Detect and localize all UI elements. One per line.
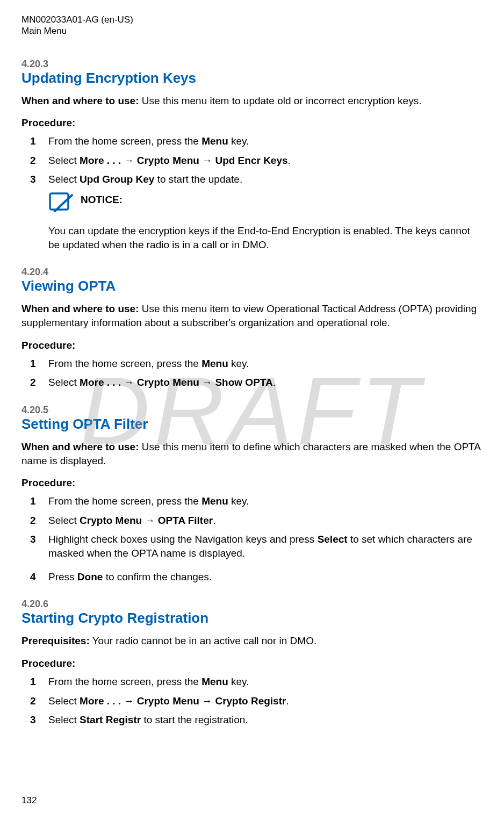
step-bold: OPTA Filter	[158, 515, 213, 526]
step-number: 2	[30, 514, 36, 528]
step-item: 1 From the home screen, press the Menu k…	[30, 357, 483, 371]
step-number: 4	[30, 570, 36, 584]
notice-text: You can update the encryption keys if th…	[48, 224, 483, 251]
step-bold: Crypto Menu	[137, 695, 199, 707]
step-text: Select	[48, 174, 80, 185]
when-label: When and where to use:	[21, 441, 139, 452]
step-number: 3	[30, 532, 36, 546]
step-text: to confirm the changes.	[103, 571, 212, 582]
step-bold: More . . .	[80, 377, 121, 388]
step-text: →	[142, 515, 158, 526]
section-number: 4.20.5	[21, 405, 483, 416]
prerequisites-paragraph: Prerequisites: Your radio cannot be in a…	[21, 634, 483, 648]
step-text: key.	[228, 495, 249, 507]
step-item: 2 Select More . . . → Crypto Menu → Show…	[30, 376, 483, 390]
step-item: 1 From the home screen, press the Menu k…	[30, 675, 483, 689]
step-text: .	[213, 515, 215, 526]
step-item: 3 Select Start Registr to start the regi…	[30, 713, 483, 727]
step-text: key.	[228, 676, 249, 687]
procedure-label: Procedure:	[21, 658, 483, 669]
step-text: →	[121, 377, 137, 388]
step-text: to start the registration.	[141, 714, 248, 725]
step-bold: Crypto Menu	[137, 155, 199, 166]
step-item: 3 Highlight check boxes using the Naviga…	[30, 532, 483, 560]
step-number: 3	[30, 713, 36, 727]
procedure-label: Procedure:	[21, 117, 483, 129]
step-text: Select	[48, 714, 80, 725]
step-item: 2 Select More . . . → Crypto Menu → Cryp…	[30, 694, 483, 708]
step-text: .	[286, 695, 289, 707]
step-text: key.	[228, 135, 249, 147]
step-bold: Done	[77, 571, 103, 582]
step-number: 1	[30, 134, 36, 148]
step-bold: More . . .	[80, 695, 121, 707]
procedure-steps: 1 From the home screen, press the Menu k…	[30, 675, 483, 727]
step-text: →	[199, 155, 215, 166]
procedure-label: Procedure:	[21, 340, 483, 351]
header-section: Main Menu	[21, 25, 483, 37]
step-bold: Menu	[201, 135, 228, 147]
step-text: Select	[48, 377, 80, 388]
step-number: 2	[30, 376, 36, 390]
step-text: .	[273, 377, 276, 388]
procedure-steps: 1 From the home screen, press the Menu k…	[30, 494, 483, 584]
step-bold: Select	[318, 534, 348, 545]
when-label: When and where to use:	[21, 303, 139, 314]
when-text: Use this menu item to update old or inco…	[139, 95, 422, 106]
step-text: →	[121, 695, 137, 707]
section-number: 4.20.6	[21, 599, 483, 610]
notice-block: NOTICE: You can update the encryption ke…	[48, 192, 483, 251]
step-text: From the home screen, press the	[48, 358, 201, 369]
section-number: 4.20.3	[21, 59, 483, 70]
prereq-text: Your radio cannot be in an active call n…	[90, 635, 316, 646]
step-text: →	[121, 155, 137, 166]
step-bold: Upd Group Key	[80, 174, 154, 185]
section-number: 4.20.4	[21, 267, 483, 278]
step-bold: Upd Encr Keys	[215, 155, 287, 166]
when-label: When and where to use:	[21, 95, 139, 106]
step-text: Select	[48, 515, 80, 526]
step-bold: More . . .	[80, 155, 121, 166]
step-text: key.	[228, 358, 249, 369]
step-bold: Menu	[201, 676, 228, 687]
when-where-paragraph: When and where to use: Use this menu ite…	[21, 302, 483, 329]
step-text: .	[288, 155, 291, 166]
step-item: 4 Press Done to confirm the changes.	[30, 570, 483, 584]
step-item: 2 Select More . . . → Crypto Menu → Upd …	[30, 154, 483, 168]
step-text: From the home screen, press the	[48, 135, 201, 147]
step-bold: Crypto Registr	[215, 695, 286, 707]
section-title: Setting OPTA Filter	[21, 416, 483, 433]
step-bold: Menu	[201, 495, 228, 507]
page-number: 132	[21, 795, 37, 806]
step-item: 2 Select Crypto Menu → OPTA Filter.	[30, 514, 483, 528]
step-text: From the home screen, press the	[48, 676, 201, 687]
prereq-label: Prerequisites:	[21, 635, 90, 646]
notice-icon	[48, 192, 73, 217]
notice-header: NOTICE:	[48, 192, 483, 217]
procedure-steps: 1 From the home screen, press the Menu k…	[30, 134, 483, 186]
step-number: 1	[30, 494, 36, 508]
step-item: 3 Select Upd Group Key to start the upda…	[30, 172, 483, 186]
when-where-paragraph: When and where to use: Use this menu ite…	[21, 94, 483, 108]
section-title: Viewing OPTA	[21, 278, 483, 294]
step-number: 1	[30, 357, 36, 371]
step-bold: Start Registr	[80, 714, 141, 725]
step-text: From the home screen, press the	[48, 495, 201, 507]
document-page: DRAFT MN002033A01-AG (en-US) Main Menu 4…	[0, 0, 504, 821]
step-bold: Menu	[201, 358, 228, 369]
step-text: →	[199, 695, 215, 707]
step-number: 2	[30, 694, 36, 708]
step-text: Select	[48, 695, 80, 707]
step-text: Select	[48, 155, 80, 166]
step-bold: Show OPTA	[215, 377, 272, 388]
step-text: to start the update.	[154, 174, 242, 185]
section-title: Starting Crypto Registration	[21, 610, 483, 626]
when-where-paragraph: When and where to use: Use this menu ite…	[21, 440, 483, 467]
header-doc-id: MN002033A01-AG (en-US)	[21, 14, 483, 25]
section-title: Updating Encryption Keys	[21, 70, 483, 87]
step-bold: Crypto Menu	[80, 515, 142, 526]
notice-label: NOTICE:	[81, 192, 123, 206]
step-number: 3	[30, 172, 36, 186]
step-number: 2	[30, 154, 36, 168]
step-text: Press	[48, 571, 77, 582]
